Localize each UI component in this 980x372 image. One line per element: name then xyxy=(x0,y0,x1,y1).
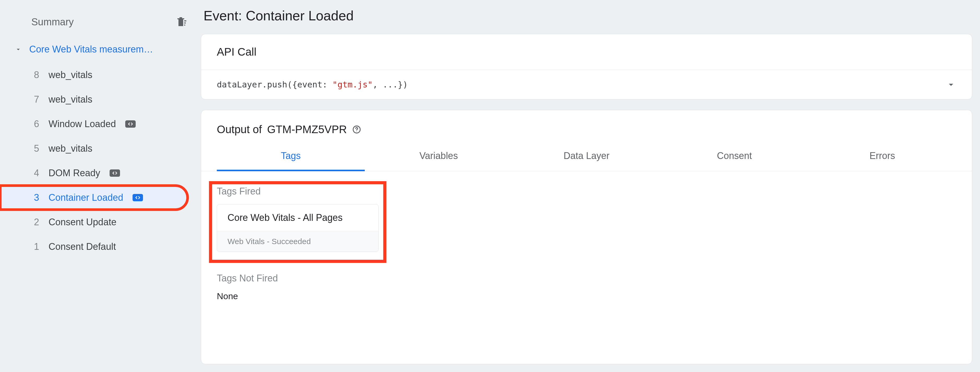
event-name: DOM Ready xyxy=(49,168,100,179)
help-icon[interactable] xyxy=(352,125,361,134)
tab-errors[interactable]: Errors xyxy=(808,144,956,171)
event-index: 2 xyxy=(31,217,39,228)
output-heading-prefix: Output of xyxy=(217,123,262,136)
code-icon xyxy=(132,194,143,201)
output-container-id: GTM-PMZ5VPR xyxy=(267,123,347,136)
code-icon xyxy=(110,169,120,177)
fired-tag-chip[interactable]: Core Web Vitals - All PagesWeb Vitals - … xyxy=(217,204,379,252)
clear-icon[interactable] xyxy=(175,16,188,28)
sidebar-event-row[interactable]: 3Container Loaded xyxy=(0,185,188,210)
code-string: "gtm.js" xyxy=(332,80,372,89)
page-title-event: Container Loaded xyxy=(246,8,353,23)
caret-down-icon xyxy=(14,46,22,53)
page-title: Event: Container Loaded xyxy=(201,8,972,24)
tags-fired-label: Tags Fired xyxy=(217,186,379,197)
output-card: Output of GTM-PMZ5VPR TagsVariablesData … xyxy=(201,110,972,364)
sidebar: Summary Core Web Vitals measurem… 8web_v… xyxy=(0,0,198,372)
code-post: , ...}) xyxy=(372,80,408,89)
code-pre: dataLayer.push({event: xyxy=(217,80,332,89)
event-name: web_vitals xyxy=(49,94,92,105)
event-name: Container Loaded xyxy=(49,192,123,203)
sidebar-title: Summary xyxy=(31,16,74,28)
code-icon xyxy=(125,120,136,128)
api-call-body[interactable]: dataLayer.push({event: "gtm.js", ...}) xyxy=(201,70,972,99)
sidebar-group-label: Core Web Vitals measurem… xyxy=(29,44,153,55)
event-index: 8 xyxy=(31,69,39,80)
tab-consent[interactable]: Consent xyxy=(660,144,808,171)
output-body: Tags Fired Core Web Vitals - All PagesWe… xyxy=(201,171,972,317)
api-call-code: dataLayer.push({event: "gtm.js", ...}) xyxy=(217,80,408,89)
main-panel: Event: Container Loaded API Call dataLay… xyxy=(198,0,980,372)
sidebar-event-row[interactable]: 1Consent Default xyxy=(0,235,188,259)
tab-variables[interactable]: Variables xyxy=(365,144,513,171)
event-name: Window Loaded xyxy=(49,118,116,129)
sidebar-event-row[interactable]: 5web_vitals xyxy=(0,136,188,161)
event-index: 5 xyxy=(31,143,39,154)
event-name: Consent Update xyxy=(49,217,116,228)
event-index: 4 xyxy=(31,168,39,179)
sidebar-header: Summary xyxy=(0,16,198,38)
tab-data-layer[interactable]: Data Layer xyxy=(513,144,661,171)
tags-fired-highlight: Tags Fired Core Web Vitals - All PagesWe… xyxy=(212,184,383,260)
tags-not-fired-none: None xyxy=(217,291,956,301)
output-tabs: TagsVariablesData LayerConsentErrors xyxy=(201,144,972,171)
sidebar-event-row[interactable]: 4DOM Ready xyxy=(0,161,188,185)
sidebar-event-row[interactable]: 2Consent Update xyxy=(0,210,188,235)
tags-not-fired-label: Tags Not Fired xyxy=(217,273,956,284)
event-name: web_vitals xyxy=(49,143,92,154)
event-index: 7 xyxy=(31,94,39,105)
sidebar-event-row[interactable]: 7web_vitals xyxy=(0,87,188,112)
tags-fired-list: Core Web Vitals - All PagesWeb Vitals - … xyxy=(217,204,379,252)
api-call-heading: API Call xyxy=(201,34,972,70)
event-name: Consent Default xyxy=(49,241,116,252)
tab-tags[interactable]: Tags xyxy=(217,144,365,171)
page-title-prefix: Event: xyxy=(204,8,246,23)
output-heading: Output of GTM-PMZ5VPR xyxy=(201,110,972,144)
fired-tag-title: Core Web Vitals - All Pages xyxy=(217,204,378,231)
sidebar-event-row[interactable]: 8web_vitals xyxy=(0,63,188,87)
sidebar-group[interactable]: Core Web Vitals measurem… xyxy=(0,38,198,60)
event-name: web_vitals xyxy=(49,69,92,80)
event-list: 8web_vitals7web_vitals6Window Loaded5web… xyxy=(0,60,198,259)
svg-point-1 xyxy=(357,131,357,132)
event-index: 6 xyxy=(31,118,39,129)
api-call-card: API Call dataLayer.push({event: "gtm.js"… xyxy=(201,34,972,99)
tags-not-fired-section: Tags Not Fired None xyxy=(217,273,956,301)
sidebar-event-row[interactable]: 6Window Loaded xyxy=(0,112,188,136)
event-index: 3 xyxy=(31,192,39,203)
fired-tag-subtitle: Web Vitals - Succeeded xyxy=(217,231,378,252)
event-index: 1 xyxy=(31,241,39,252)
chevron-down-icon[interactable] xyxy=(946,79,956,90)
